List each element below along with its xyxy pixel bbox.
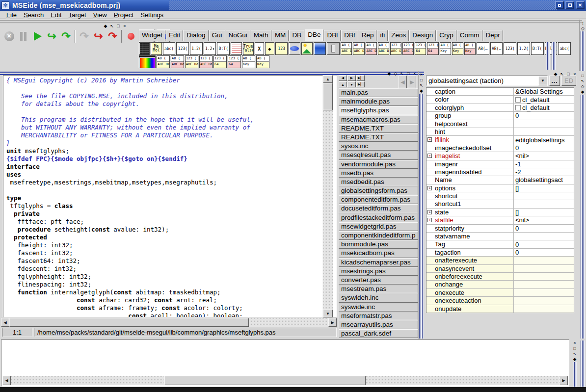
dock-float-icon[interactable]: ↖ <box>109 24 114 28</box>
hscroll-thumb[interactable] <box>164 376 366 385</box>
property-name[interactable]: statpriority <box>426 225 514 232</box>
palette-drag-handle[interactable] <box>552 42 556 70</box>
scroll-right-icon[interactable]: ▶ <box>328 318 337 327</box>
palette-tab-mm[interactable]: MM <box>272 30 289 41</box>
component-edit-button[interactable]: ... <box>549 76 560 86</box>
maximize-button[interactable] <box>565 1 574 9</box>
dbcombo-icon[interactable]: 123 (ABC De <box>185 55 198 68</box>
dock-pin-icon[interactable]: ◆ <box>419 88 424 93</box>
property-name[interactable]: shortcut <box>426 192 514 200</box>
tab-next-icon[interactable]: ▶ <box>347 75 356 81</box>
file-tab[interactable]: syswide.inc <box>339 303 418 312</box>
page-prev-button[interactable]: ◀ <box>399 76 407 88</box>
radio-icon[interactable]: ◆ <box>265 42 274 55</box>
property-value[interactable]: editglobalsettings <box>514 136 574 143</box>
checkbox-icon[interactable] <box>515 105 521 110</box>
property-value[interactable] <box>514 281 574 288</box>
ed-button[interactable]: ED <box>561 76 576 86</box>
file-tab[interactable]: msemacmacros.pas <box>339 115 418 124</box>
scroll-up-icon[interactable]: ▲ <box>323 75 333 83</box>
property-value[interactable] <box>514 128 574 135</box>
property-value[interactable] <box>514 200 574 208</box>
dock-maximize-icon[interactable]: □ <box>572 346 577 351</box>
dblookup-icon[interactable]: AB(… <box>490 42 503 55</box>
menu-item-settings[interactable]: Settings <box>137 11 167 19</box>
property-name[interactable]: caption <box>426 88 514 95</box>
property-name[interactable]: onbeforeexecute <box>426 273 514 280</box>
toolbar-dock-handles[interactable]: ◆ ↖ □ × <box>103 24 127 28</box>
pause-button[interactable] <box>17 29 29 43</box>
shape-ellipse-icon[interactable] <box>289 42 300 55</box>
file-tab[interactable]: msestream.pas <box>339 285 418 293</box>
property-name[interactable]: imagecheckedoffset <box>426 144 514 152</box>
editor-vertical-scrollbar[interactable]: ▲ ▼ <box>323 75 333 317</box>
property-value[interactable]: -2 <box>514 168 574 176</box>
minimize-button[interactable] <box>555 1 564 9</box>
step-out-button[interactable]: ↷ <box>78 29 90 43</box>
expand-icon[interactable]: + <box>427 186 432 190</box>
dock-maximize-icon[interactable]: □ <box>580 73 585 78</box>
property-name[interactable]: statvarname <box>426 233 514 240</box>
dock-pin-icon[interactable]: ◆ <box>103 24 108 28</box>
datetimeedit-icon[interactable]: D:T( <box>217 42 230 55</box>
dbcombo-icon[interactable]: AB (ABC De <box>157 55 170 68</box>
db64combo-icon[interactable]: 123 (64 <box>213 55 227 68</box>
file-tab[interactable]: mseformatstr.pas <box>339 312 418 320</box>
file-tab[interactable]: syswideh.inc <box>339 293 418 302</box>
palette-tab-dialog[interactable]: Dialog <box>184 30 208 41</box>
dock-pin-icon[interactable]: ◆ <box>580 89 585 94</box>
step-into-button[interactable]: ↪ <box>46 29 58 43</box>
palette-tab-math[interactable]: Math <box>251 30 271 41</box>
abort-button[interactable]: × <box>3 29 15 43</box>
run-to-cursor-button[interactable]: ↪ <box>92 29 105 43</box>
property-value[interactable]: 0 <box>514 249 574 256</box>
property-name[interactable]: onchange <box>426 281 514 288</box>
drag-handle[interactable] <box>419 94 424 339</box>
title-bar[interactable]: ✻ MSEide (mse_msekicadbom.prj) ✕ <box>0 0 586 11</box>
tab-up-icon[interactable]: ▲ <box>339 81 347 87</box>
property-value[interactable] <box>514 305 574 313</box>
code-editor[interactable]: { MSEgui Copyright (c) 2016 by Martin Sc… <box>3 75 323 317</box>
memoedit-icon[interactable]: MeMo( <box>151 42 161 55</box>
menu-item-view[interactable]: View <box>90 11 110 19</box>
slider-icon[interactable] <box>327 42 340 55</box>
dbstringedit-icon[interactable]: AB (ABC De <box>341 42 352 55</box>
menu-item-file[interactable]: File <box>3 11 20 19</box>
chevron-down-icon[interactable]: ▼ <box>538 76 547 85</box>
scroll-down-icon[interactable]: ▼ <box>323 310 333 317</box>
dbkeycombo-icon[interactable]: AB (Key <box>242 55 255 68</box>
checkbox-icon[interactable] <box>515 97 521 103</box>
dock-float-icon[interactable]: ↖ <box>419 83 424 88</box>
dock-diamond-icon[interactable]: ◇ <box>581 26 586 31</box>
file-tab[interactable]: docuseteditform.pas <box>339 204 418 213</box>
component-selector[interactable]: globalsettingsact (taction) ▼ <box>426 76 548 86</box>
palette-tab-comm[interactable]: Comm <box>457 30 482 41</box>
property-value[interactable] <box>514 273 574 280</box>
property-value[interactable] <box>514 192 574 200</box>
file-tab[interactable]: msekicadbom.pas <box>339 249 418 258</box>
property-name[interactable]: helpcontext <box>426 120 514 128</box>
property-name[interactable]: +ifilink <box>426 136 514 143</box>
property-value[interactable]: <nil> <box>514 152 574 159</box>
file-tab[interactable]: msesqlresult.pas <box>339 151 418 159</box>
checkbox-icon[interactable]: X <box>255 42 264 55</box>
realedit-icon[interactable]: 1.2( <box>190 42 203 55</box>
property-name[interactable]: +statfile <box>426 216 514 224</box>
dbrealedit-icon[interactable]: 1.2( <box>517 42 530 55</box>
palette-drag-handle[interactable] <box>546 42 550 70</box>
tab-end-icon[interactable]: ▶▏ <box>356 81 365 87</box>
file-tab[interactable]: componenteditform.pas <box>339 195 418 204</box>
menu-item-edit[interactable]: Edit <box>47 11 65 19</box>
expand-icon[interactable]: + <box>427 210 432 214</box>
file-tab[interactable]: mseftglyphs.pas <box>339 106 418 115</box>
expand-icon[interactable]: + <box>427 218 432 222</box>
file-tab[interactable]: msewidgetgrid.pas <box>339 222 418 231</box>
db64edit-icon[interactable]: 123 (64 <box>427 42 438 55</box>
dbstringedit-icon[interactable]: AB (ABC De <box>366 42 377 55</box>
property-value[interactable] <box>514 233 574 240</box>
file-tab[interactable]: main.pas <box>339 88 418 97</box>
db64combo-icon[interactable]: 123 (64 <box>228 55 241 68</box>
file-tab[interactable]: msearrayutils.pas <box>339 320 418 329</box>
property-value[interactable] <box>514 289 574 296</box>
file-tab[interactable]: msestrings.pas <box>339 267 418 276</box>
